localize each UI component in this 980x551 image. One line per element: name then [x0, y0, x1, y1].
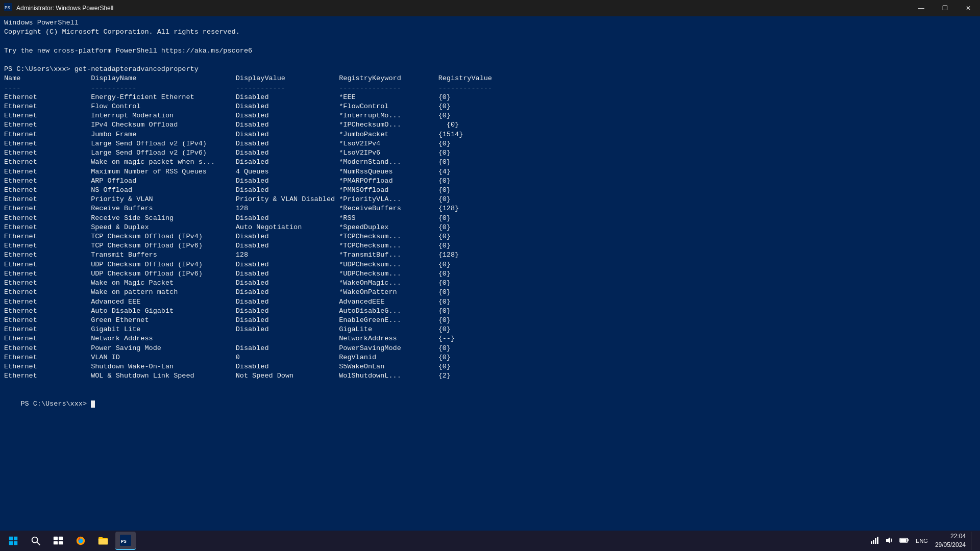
table-row: Ethernet Wake on magic packet when s... … [4, 158, 976, 167]
table-row: Ethernet WOL & Shutdown Link Speed Not S… [4, 371, 976, 381]
svg-rect-9 [59, 537, 63, 540]
terminal-line-header2: Copyright (C) Microsoft Corporation. All… [4, 28, 976, 37]
svg-rect-5 [14, 541, 17, 545]
task-view-button[interactable] [48, 532, 68, 550]
table-row: Ethernet Priority & VLAN Priority & VLAN… [4, 195, 976, 204]
terminal-line-header4: Try the new cross-platform PowerShell ht… [4, 46, 976, 56]
svg-rect-23 [908, 539, 909, 541]
close-button[interactable]: ✕ [957, 0, 980, 16]
svg-text:PS: PS [5, 6, 10, 11]
svg-rect-11 [59, 541, 63, 544]
minimize-button[interactable]: — [910, 0, 933, 16]
svg-rect-24 [900, 539, 906, 542]
svg-rect-10 [54, 541, 58, 544]
table-row: Ethernet Auto Disable Gigabit Disabled A… [4, 307, 976, 316]
terminal-window: Windows PowerShell Copyright (C) Microso… [0, 16, 980, 531]
svg-rect-8 [54, 537, 58, 540]
terminal-table-output: Name DisplayName DisplayValue RegistryKe… [4, 74, 976, 381]
svg-line-7 [37, 542, 40, 545]
table-row: Ethernet Receive Side Scaling Disabled *… [4, 214, 976, 223]
table-row: Ethernet TCP Checksum Offload (IPv4) Dis… [4, 232, 976, 241]
terminal-cursor [91, 400, 95, 408]
table-row: Ethernet Network Address NetworkAddress … [4, 334, 976, 343]
svg-text:PS: PS [121, 539, 127, 544]
table-row: Ethernet Receive Buffers 128 *ReceiveBuf… [4, 204, 976, 213]
terminal-line-blank1 [4, 37, 976, 46]
table-row: Ethernet Speed & Duplex Auto Negotiation… [4, 223, 976, 232]
table-row: Ethernet Large Send Offload v2 (IPv4) Di… [4, 139, 976, 148]
titlebar-title: Administrator: Windows PowerShell [16, 5, 976, 12]
systray-clock[interactable]: 22:04 29/05/2024 [932, 532, 969, 549]
restore-button[interactable]: ❐ [933, 0, 957, 16]
powershell-button[interactable]: PS [115, 532, 136, 550]
search-button[interactable] [26, 532, 46, 550]
table-row: Ethernet UDP Checksum Offload (IPv4) Dis… [4, 260, 976, 269]
terminal-line-blank2 [4, 56, 976, 65]
terminal-line-header1: Windows PowerShell [4, 18, 976, 28]
svg-marker-21 [886, 537, 890, 543]
language-tray-icon[interactable]: ENG [914, 538, 930, 544]
svg-rect-4 [9, 541, 13, 545]
table-row: Ethernet TCP Checksum Offload (IPv6) Dis… [4, 241, 976, 251]
svg-point-6 [32, 537, 38, 543]
table-row: Ethernet NS Offload Disabled *PMNSOffloa… [4, 186, 976, 195]
table-row: Ethernet Energy-Efficient Ethernet Disab… [4, 93, 976, 102]
start-button[interactable] [3, 532, 23, 550]
table-row: Ethernet Advanced EEE Disabled AdvancedE… [4, 297, 976, 307]
svg-rect-18 [873, 540, 874, 544]
terminal-line-blank3 [4, 381, 976, 390]
terminal-prompt1: PS C:\Users\xxx> get-netadapteradvancedp… [4, 65, 976, 74]
svg-rect-17 [871, 541, 872, 544]
table-row: Ethernet Wake on pattern match Disabled … [4, 288, 976, 297]
systray-date: 29/05/2024 [935, 541, 966, 549]
file-explorer-button[interactable] [93, 532, 113, 550]
titlebar-controls: — ❐ ✕ [910, 0, 980, 16]
taskbar: PS ENG [0, 531, 980, 551]
table-row: Ethernet Jumbo Frame Disabled *JumboPack… [4, 130, 976, 139]
table-row: Ethernet Gigabit Lite Disabled GigaLite … [4, 325, 976, 334]
table-row: Ethernet ARP Offload Disabled *PMARPOffl… [4, 177, 976, 186]
svg-rect-19 [875, 538, 876, 544]
table-row: Ethernet Large Send Offload v2 (IPv6) Di… [4, 148, 976, 158]
table-row: Ethernet Maximum Number of RSS Queues 4 … [4, 167, 976, 177]
network-tray-icon[interactable] [869, 536, 881, 546]
table-row: Ethernet Flow Control Disabled *FlowCont… [4, 102, 976, 111]
table-row: Ethernet Power Saving Mode Disabled Powe… [4, 344, 976, 353]
titlebar-app-icon: PS [4, 3, 12, 13]
battery-tray-icon[interactable] [897, 536, 912, 546]
systray-time: 22:04 [935, 532, 966, 541]
systray: ENG 22:04 29/05/2024 [869, 532, 978, 550]
svg-rect-20 [877, 537, 878, 544]
svg-rect-3 [14, 537, 17, 540]
show-desktop-button[interactable] [971, 532, 974, 550]
titlebar: PS Administrator: Windows PowerShell — ❐… [0, 0, 980, 16]
table-row: Ethernet Transmit Buffers 128 *TransmitB… [4, 251, 976, 260]
svg-rect-14 [99, 539, 108, 544]
table-header-columns: Name DisplayName DisplayValue RegistryKe… [4, 74, 976, 83]
table-header-separator: ---- ----------- ------------ ----------… [4, 84, 976, 93]
table-row: Ethernet Interrupt Moderation Disabled *… [4, 111, 976, 120]
table-row: Ethernet Wake on Magic Packet Disabled *… [4, 279, 976, 288]
table-row: Ethernet UDP Checksum Offload (IPv6) Dis… [4, 269, 976, 279]
table-row: Ethernet Green Ethernet Disabled EnableG… [4, 316, 976, 325]
svg-rect-2 [9, 537, 13, 540]
terminal-prompt2: PS C:\Users\xxx> [4, 390, 976, 418]
volume-tray-icon[interactable] [883, 536, 895, 546]
table-row: Ethernet VLAN ID 0 RegVlanid {0} [4, 353, 976, 362]
table-row: Ethernet IPv4 Checksum Offload Disabled … [4, 120, 976, 130]
table-row: Ethernet Shutdown Wake-On-Lan Disabled S… [4, 362, 976, 371]
firefox-button[interactable] [70, 532, 91, 550]
